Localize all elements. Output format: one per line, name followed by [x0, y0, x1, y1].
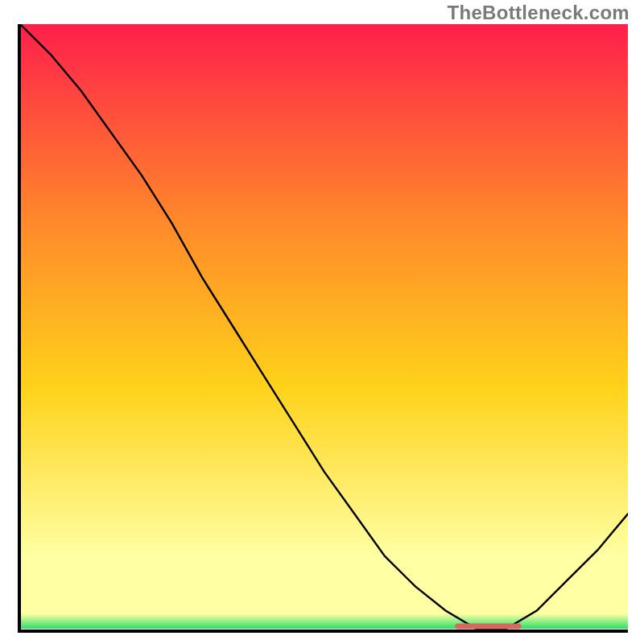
bottleneck-chart-svg: [18, 24, 628, 634]
chart-area: [18, 24, 628, 634]
attribution-text: TheBottleneck.com: [448, 2, 630, 24]
gradient-background: [20, 24, 628, 629]
